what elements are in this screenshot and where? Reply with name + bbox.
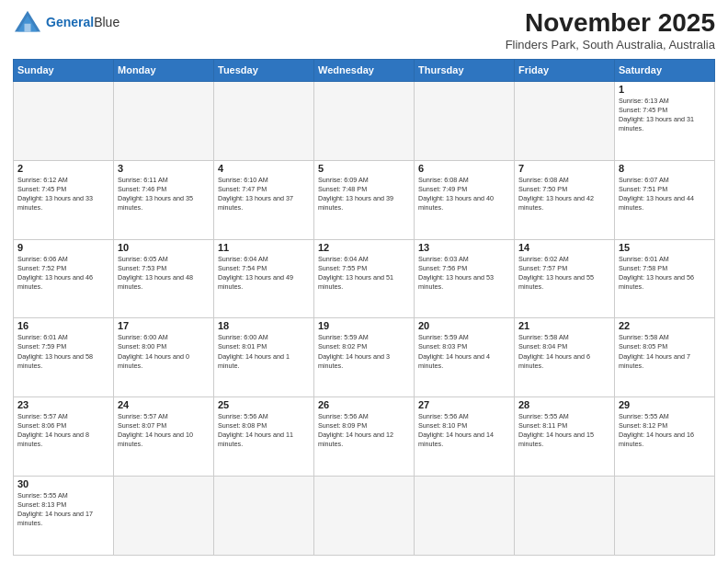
empty-cell — [314, 477, 415, 556]
table-row: 10 Sunrise: 6:05 AMSunset: 7:53 PMDaylig… — [114, 239, 214, 318]
table-row: 16 Sunrise: 6:01 AMSunset: 7:59 PMDaylig… — [14, 318, 114, 397]
col-sunday: Sunday — [14, 59, 114, 81]
table-row: 4 Sunrise: 6:10 AMSunset: 7:47 PMDayligh… — [214, 160, 314, 239]
day-info: Sunrise: 5:59 AMSunset: 8:03 PMDaylight:… — [418, 333, 510, 370]
day-number: 23 — [17, 399, 109, 410]
day-info: Sunrise: 6:12 AMSunset: 7:45 PMDaylight:… — [17, 176, 109, 213]
page: GeneralBlue November 2025 Flinders Park,… — [0, 0, 728, 563]
empty-cell — [415, 477, 515, 556]
day-number: 25 — [218, 399, 310, 410]
day-info: Sunrise: 6:08 AMSunset: 7:49 PMDaylight:… — [418, 176, 510, 213]
table-row: 23 Sunrise: 5:57 AMSunset: 8:06 PMDaylig… — [14, 397, 114, 477]
header: GeneralBlue November 2025 Flinders Park,… — [13, 9, 715, 52]
table-row: 11 Sunrise: 6:04 AMSunset: 7:54 PMDaylig… — [214, 239, 314, 318]
day-number: 12 — [318, 242, 410, 253]
day-info: Sunrise: 6:09 AMSunset: 7:48 PMDaylight:… — [318, 176, 410, 213]
logo-general: General — [46, 15, 94, 29]
day-number: 3 — [118, 163, 210, 174]
logo-text: GeneralBlue — [46, 15, 119, 30]
day-number: 9 — [17, 242, 109, 253]
day-number: 28 — [518, 399, 610, 410]
table-row: 14 Sunrise: 6:02 AMSunset: 7:57 PMDaylig… — [515, 239, 615, 318]
day-info: Sunrise: 6:00 AMSunset: 8:01 PMDaylight:… — [218, 333, 310, 370]
month-title: November 2025 — [506, 9, 715, 38]
empty-cell — [415, 81, 515, 160]
table-row: 19 Sunrise: 5:59 AMSunset: 8:02 PMDaylig… — [314, 318, 415, 397]
day-info: Sunrise: 5:56 AMSunset: 8:08 PMDaylight:… — [218, 412, 310, 449]
day-number: 17 — [118, 320, 210, 331]
calendar-header-row: Sunday Monday Tuesday Wednesday Thursday… — [14, 59, 715, 81]
table-row: 25 Sunrise: 5:56 AMSunset: 8:08 PMDaylig… — [214, 397, 314, 477]
day-number: 22 — [619, 320, 711, 331]
empty-cell — [214, 81, 314, 160]
day-number: 2 — [17, 163, 109, 174]
calendar-table: Sunday Monday Tuesday Wednesday Thursday… — [13, 59, 715, 556]
table-row: 20 Sunrise: 5:59 AMSunset: 8:03 PMDaylig… — [415, 318, 515, 397]
empty-cell — [515, 477, 615, 556]
day-number: 14 — [518, 242, 610, 253]
table-row: 3 Sunrise: 6:11 AMSunset: 7:46 PMDayligh… — [114, 160, 214, 239]
logo: GeneralBlue — [13, 9, 119, 35]
day-info: Sunrise: 6:06 AMSunset: 7:52 PMDaylight:… — [17, 255, 109, 292]
title-block: November 2025 Flinders Park, South Austr… — [506, 9, 715, 52]
day-info: Sunrise: 6:03 AMSunset: 7:56 PMDaylight:… — [418, 255, 510, 292]
table-row: 26 Sunrise: 5:56 AMSunset: 8:09 PMDaylig… — [314, 397, 415, 477]
calendar-row: 23 Sunrise: 5:57 AMSunset: 8:06 PMDaylig… — [14, 397, 715, 477]
empty-cell — [214, 477, 314, 556]
calendar-row: 16 Sunrise: 6:01 AMSunset: 7:59 PMDaylig… — [14, 318, 715, 397]
day-number: 16 — [17, 320, 109, 331]
day-info: Sunrise: 5:55 AMSunset: 8:13 PMDaylight:… — [17, 491, 109, 528]
calendar-row: 30 Sunrise: 5:55 AMSunset: 8:13 PMDaylig… — [14, 477, 715, 556]
day-number: 1 — [619, 84, 711, 95]
day-number: 24 — [118, 399, 210, 410]
day-info: Sunrise: 6:02 AMSunset: 7:57 PMDaylight:… — [518, 255, 610, 292]
empty-cell — [615, 477, 715, 556]
day-number: 8 — [619, 163, 711, 174]
day-info: Sunrise: 5:56 AMSunset: 8:10 PMDaylight:… — [418, 412, 510, 449]
day-number: 10 — [118, 242, 210, 253]
day-info: Sunrise: 5:59 AMSunset: 8:02 PMDaylight:… — [318, 333, 410, 370]
table-row: 21 Sunrise: 5:58 AMSunset: 8:04 PMDaylig… — [515, 318, 615, 397]
day-info: Sunrise: 5:55 AMSunset: 8:11 PMDaylight:… — [518, 412, 610, 449]
day-number: 20 — [418, 320, 510, 331]
table-row: 9 Sunrise: 6:06 AMSunset: 7:52 PMDayligh… — [14, 239, 114, 318]
table-row: 30 Sunrise: 5:55 AMSunset: 8:13 PMDaylig… — [14, 477, 114, 556]
day-info: Sunrise: 6:05 AMSunset: 7:53 PMDaylight:… — [118, 255, 210, 292]
table-row: 22 Sunrise: 5:58 AMSunset: 8:05 PMDaylig… — [615, 318, 715, 397]
calendar-row: 2 Sunrise: 6:12 AMSunset: 7:45 PMDayligh… — [14, 160, 715, 239]
day-info: Sunrise: 5:58 AMSunset: 8:04 PMDaylight:… — [518, 333, 610, 370]
day-info: Sunrise: 6:04 AMSunset: 7:54 PMDaylight:… — [218, 255, 310, 292]
day-number: 19 — [318, 320, 410, 331]
empty-cell — [314, 81, 415, 160]
col-friday: Friday — [515, 59, 615, 81]
day-info: Sunrise: 5:57 AMSunset: 8:07 PMDaylight:… — [118, 412, 210, 449]
table-row: 29 Sunrise: 5:55 AMSunset: 8:12 PMDaylig… — [615, 397, 715, 477]
location-subtitle: Flinders Park, South Australia, Australi… — [506, 38, 715, 52]
day-number: 7 — [518, 163, 610, 174]
day-info: Sunrise: 6:10 AMSunset: 7:47 PMDaylight:… — [218, 176, 310, 213]
svg-rect-2 — [25, 24, 31, 32]
day-info: Sunrise: 6:04 AMSunset: 7:55 PMDaylight:… — [318, 255, 410, 292]
col-tuesday: Tuesday — [214, 59, 314, 81]
day-info: Sunrise: 6:01 AMSunset: 7:58 PMDaylight:… — [619, 255, 711, 292]
table-row: 13 Sunrise: 6:03 AMSunset: 7:56 PMDaylig… — [415, 239, 515, 318]
day-number: 13 — [418, 242, 510, 253]
empty-cell — [114, 477, 214, 556]
table-row: 27 Sunrise: 5:56 AMSunset: 8:10 PMDaylig… — [415, 397, 515, 477]
day-number: 29 — [619, 399, 711, 410]
table-row: 7 Sunrise: 6:08 AMSunset: 7:50 PMDayligh… — [515, 160, 615, 239]
table-row: 15 Sunrise: 6:01 AMSunset: 7:58 PMDaylig… — [615, 239, 715, 318]
day-number: 21 — [518, 320, 610, 331]
table-row: 18 Sunrise: 6:00 AMSunset: 8:01 PMDaylig… — [214, 318, 314, 397]
day-info: Sunrise: 6:07 AMSunset: 7:51 PMDaylight:… — [619, 176, 711, 213]
day-info: Sunrise: 5:55 AMSunset: 8:12 PMDaylight:… — [619, 412, 711, 449]
day-info: Sunrise: 6:00 AMSunset: 8:00 PMDaylight:… — [118, 333, 210, 370]
day-number: 11 — [218, 242, 310, 253]
table-row: 28 Sunrise: 5:55 AMSunset: 8:11 PMDaylig… — [515, 397, 615, 477]
day-info: Sunrise: 6:13 AMSunset: 7:45 PMDaylight:… — [619, 97, 711, 133]
empty-cell — [114, 81, 214, 160]
day-info: Sunrise: 5:56 AMSunset: 8:09 PMDaylight:… — [318, 412, 410, 449]
calendar-row: 1 Sunrise: 6:13 AMSunset: 7:45 PMDayligh… — [14, 81, 715, 160]
logo-icon — [13, 9, 42, 35]
day-info: Sunrise: 6:11 AMSunset: 7:46 PMDaylight:… — [118, 176, 210, 213]
